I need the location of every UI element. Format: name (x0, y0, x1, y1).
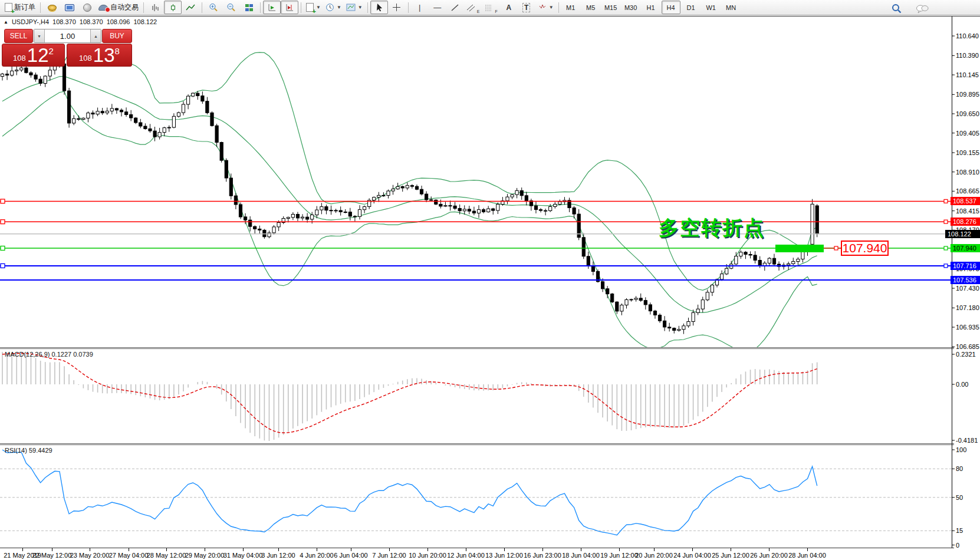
price-tick-label: 109.155 (956, 149, 979, 157)
one-click-collapse-icon[interactable]: ▲ (4, 19, 8, 25)
bar-chart-button[interactable] (146, 1, 164, 14)
sell-price-box[interactable]: 108 12 2 (2, 44, 65, 67)
autotrading-label: 自动交易 (110, 2, 139, 12)
rsi-tick-label: 50 (956, 493, 963, 502)
new-order-icon (5, 3, 12, 12)
candlestick-icon (169, 4, 177, 12)
chevron-down-icon: ▼ (316, 5, 321, 10)
chart-annotation-text[interactable]: 多空转折点 (659, 215, 765, 242)
tile-windows-icon (245, 4, 254, 12)
volume-spinner: ▼ 1.00 ▲ (34, 29, 101, 43)
toolbar-right-group (887, 2, 931, 15)
zoom-out-button[interactable] (222, 1, 240, 14)
line-chart-button[interactable] (182, 1, 199, 14)
label-tool-icon: T (522, 3, 530, 12)
tf-button-M30[interactable]: M30 (621, 1, 640, 14)
tf-button-MN[interactable]: MN (722, 1, 741, 14)
price-tick-label: 109.405 (956, 129, 979, 137)
vertical-line-tool[interactable]: | (411, 1, 429, 14)
price-line-label: 108.537 (951, 197, 980, 205)
tf-button-W1[interactable]: W1 (702, 1, 721, 14)
zoom-in-button[interactable] (205, 1, 222, 14)
tf-button-M15[interactable]: M15 (601, 1, 620, 14)
toolbar-separator (367, 2, 368, 13)
cursor-tool-button[interactable] (370, 1, 388, 14)
macd-tick-label: 0.2321 (956, 350, 976, 358)
sell-button[interactable]: SELL (4, 29, 33, 43)
terminal-button[interactable] (78, 1, 96, 14)
open-value: 108.370 (52, 18, 76, 25)
rsi-indicator-label: RSI(14) 59.4429 (5, 447, 52, 454)
chips-icon (48, 5, 57, 11)
price-tick-label: 110.640 (956, 32, 979, 40)
toolbar-separator (301, 2, 301, 13)
candlestick-chart-button[interactable] (164, 1, 182, 14)
chevron-down-icon: ▼ (337, 5, 341, 10)
text-label-tool[interactable]: T (518, 1, 535, 14)
sell-price-big: 12 (27, 44, 49, 67)
chart-canvas[interactable] (0, 0, 980, 560)
tf-button-H1[interactable]: H1 (642, 1, 660, 14)
auto-scroll-button[interactable] (263, 1, 281, 14)
periods-button[interactable]: ▼ (323, 1, 344, 14)
price-tick-label: 108.665 (956, 187, 979, 195)
price-callout-box[interactable]: 107.940 (841, 241, 889, 256)
price-tick-label: 108.910 (956, 168, 979, 176)
search-button[interactable] (887, 2, 905, 15)
vertical-line-icon: | (419, 3, 420, 12)
channel-tool[interactable]: E (464, 1, 482, 14)
horizontal-line-tool[interactable]: — (429, 1, 446, 14)
community-chat-button[interactable] (913, 2, 931, 15)
text-tool[interactable]: A (500, 1, 518, 14)
buy-price-big: 13 (93, 44, 115, 67)
tile-windows-button[interactable] (240, 1, 258, 14)
price-tick-label: 109.895 (956, 90, 979, 98)
main-toolbar: 新订单 自动交易 (0, 0, 980, 15)
fibonacci-tool[interactable]: F (482, 1, 499, 14)
buy-price-sup: 8 (115, 46, 120, 56)
toolbar-separator (558, 2, 559, 13)
toolbar-separator (202, 2, 202, 13)
navigator-button[interactable] (61, 1, 78, 14)
channel-icon (466, 4, 475, 12)
mt4-window: 新订单 自动交易 (0, 0, 980, 560)
cursor-icon (375, 3, 383, 12)
buy-price-box[interactable]: 108 13 8 (67, 44, 132, 67)
price-line-label: 108.276 (951, 218, 980, 226)
indicators-button[interactable]: ▼ (304, 1, 323, 14)
globe-icon (83, 4, 91, 12)
price-tick-label: 107.180 (956, 304, 979, 312)
volume-input[interactable]: 1.00 (45, 29, 90, 42)
buy-button[interactable]: BUY (102, 29, 132, 43)
chart-shift-icon (285, 4, 294, 12)
macd-tick-label: -0.4181 (956, 436, 978, 444)
arrows-tool[interactable]: ▼ (535, 1, 556, 14)
volume-decrease-button[interactable]: ▼ (34, 29, 45, 42)
market-watch-button[interactable] (43, 1, 61, 14)
zoom-out-icon (226, 3, 236, 12)
chart-shift-button[interactable] (281, 1, 298, 14)
crosshair-tool-button[interactable] (388, 1, 406, 14)
tf-button-D1[interactable]: D1 (682, 1, 701, 14)
price-tick-label: 109.650 (956, 110, 979, 118)
volume-increase-button[interactable]: ▲ (90, 29, 101, 42)
autotrading-button[interactable]: 自动交易 (96, 1, 141, 14)
autotrading-robot-icon (98, 5, 108, 11)
price-line-label: 108.122 (945, 230, 980, 238)
indicators-icon (306, 3, 314, 12)
trendline-tool[interactable] (446, 1, 464, 14)
auto-scroll-icon (267, 4, 277, 12)
tf-button-H4[interactable]: H4 (662, 1, 680, 14)
price-tick-label: 106.685 (956, 342, 979, 351)
price-tick-label: 108.415 (956, 207, 979, 215)
templates-button[interactable]: ▼ (344, 1, 365, 14)
tf-button-M5[interactable]: M5 (581, 1, 600, 14)
price-tick-label: 110.390 (956, 51, 979, 60)
tf-button-M1[interactable]: M1 (561, 1, 580, 14)
trendline-icon (450, 4, 459, 12)
macd-tick-label: 0.00 (956, 380, 968, 388)
line-chart-icon (186, 4, 195, 12)
new-order-button[interactable]: 新订单 (2, 1, 38, 14)
search-icon (892, 4, 902, 14)
crosshair-icon (392, 3, 401, 12)
